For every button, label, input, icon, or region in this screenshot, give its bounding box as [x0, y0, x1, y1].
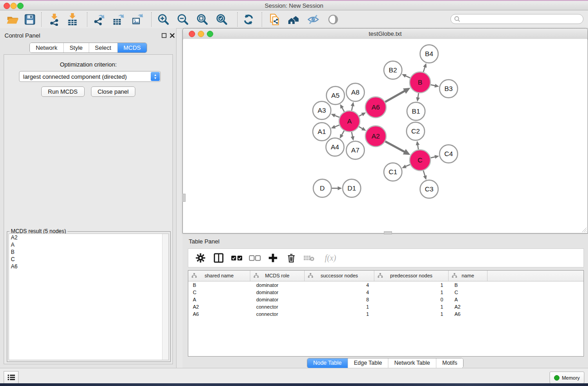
cell-shared-name[interactable]: A6: [188, 311, 250, 317]
table-tab-edge-table[interactable]: Edge Table: [348, 358, 388, 368]
graph-node-C3[interactable]: C3: [420, 180, 438, 198]
table-tab-motifs[interactable]: Motifs: [436, 358, 463, 368]
cell-name[interactable]: B: [449, 282, 488, 288]
cell-MCDS-role[interactable]: dominator: [250, 290, 305, 295]
cell-name[interactable]: A2: [449, 304, 488, 310]
graph-node-D[interactable]: D: [313, 179, 331, 197]
export-network-icon[interactable]: [93, 13, 105, 26]
graph-edge-A6-B[interactable]: [385, 91, 405, 102]
zoom-in-icon[interactable]: [157, 13, 170, 26]
home-icon[interactable]: [287, 13, 300, 26]
table-row-A[interactable]: Adominator80A: [188, 296, 583, 303]
graph-node-A8[interactable]: A8: [346, 83, 364, 101]
cell-shared-name[interactable]: A2: [188, 304, 250, 310]
cell-predecessor-nodes[interactable]: 1: [374, 282, 449, 288]
import-table-icon[interactable]: [66, 13, 79, 26]
table-row-A2[interactable]: A2connector11A2: [188, 303, 583, 310]
network-graph[interactable]: AA1A2A3A4A5A6A7A8BB1B2B3B4CC1C2C3C4DD1: [183, 39, 587, 233]
network-canvas[interactable]: AA1A2A3A4A5A6A7A8BB1B2B3B4CC1C2C3C4DD1: [183, 39, 587, 233]
cell-successor-nodes[interactable]: 4: [305, 290, 374, 295]
cell-shared-name[interactable]: A: [188, 297, 250, 302]
cell-MCDS-role[interactable]: connector: [250, 311, 305, 317]
graph-node-A3[interactable]: A3: [313, 101, 331, 119]
export-image-icon[interactable]: [131, 13, 143, 26]
table-options-button[interactable]: [195, 252, 206, 264]
graph-node-A1[interactable]: A1: [313, 123, 331, 141]
graph-node-B2[interactable]: B2: [384, 61, 402, 79]
cell-MCDS-role[interactable]: dominator: [250, 297, 305, 302]
cell-successor-nodes[interactable]: 1: [305, 311, 374, 317]
show-column-button[interactable]: [213, 252, 225, 264]
refresh-icon[interactable]: [242, 13, 255, 26]
tab-mcds[interactable]: MCDS: [117, 43, 147, 52]
tab-select[interactable]: Select: [89, 43, 117, 52]
graph-node-B1[interactable]: B1: [407, 102, 425, 120]
graph-node-B[interactable]: B: [410, 72, 430, 93]
mcds-result-item[interactable]: A2: [9, 234, 168, 241]
unselect-all-columns-button[interactable]: [249, 252, 261, 264]
select-all-columns-button[interactable]: [231, 252, 243, 264]
cell-name[interactable]: A: [449, 297, 488, 302]
task-history-button[interactable]: [4, 371, 19, 384]
cell-predecessor-nodes[interactable]: 1: [374, 304, 449, 310]
graph-node-A7[interactable]: A7: [346, 141, 364, 159]
network-window-titlebar[interactable]: testGlobe.txt: [183, 29, 588, 39]
graph-edge-C-C3[interactable]: [423, 171, 425, 176]
tab-network[interactable]: Network: [30, 43, 63, 52]
zoom-out-icon[interactable]: [177, 13, 189, 26]
mcds-result-item[interactable]: B: [9, 248, 168, 256]
create-column-button[interactable]: [267, 252, 279, 264]
cell-shared-name[interactable]: B: [188, 282, 250, 288]
zoom-selected-icon[interactable]: [215, 13, 228, 26]
table-tab-network-table[interactable]: Network Table: [388, 358, 436, 368]
cell-successor-nodes[interactable]: 4: [305, 282, 374, 288]
network-vertical-scroll-nub[interactable]: [182, 194, 186, 202]
cell-shared-name[interactable]: C: [188, 290, 250, 295]
cell-MCDS-role[interactable]: dominator: [250, 282, 305, 288]
save-session-icon[interactable]: [24, 13, 36, 26]
graph-node-A6[interactable]: A6: [365, 97, 386, 118]
graph-node-B4[interactable]: B4: [420, 45, 438, 63]
mcds-result-scrollbar[interactable]: [162, 234, 168, 360]
mcds-result-item[interactable]: C: [9, 256, 168, 263]
search-field[interactable]: [450, 14, 583, 24]
tab-style[interactable]: Style: [63, 43, 89, 52]
zoom-fit-icon[interactable]: [196, 13, 209, 26]
graph-edge-A2-C[interactable]: [385, 141, 405, 152]
cell-successor-nodes[interactable]: 8: [305, 297, 374, 302]
graph-node-A2[interactable]: A2: [365, 126, 386, 147]
table-row-B[interactable]: Bdominator41B: [188, 281, 583, 289]
graph-node-A[interactable]: A: [339, 111, 360, 132]
graph-node-B3[interactable]: B3: [440, 80, 458, 98]
mcds-result-list[interactable]: A2ABCA6: [9, 234, 169, 360]
network-horizontal-scroll-nub[interactable]: [384, 231, 392, 234]
memory-button[interactable]: Memory: [550, 372, 584, 384]
cell-name[interactable]: C: [449, 290, 488, 295]
column-header-successor-nodes[interactable]: successor nodes: [305, 271, 374, 281]
graph-node-C2[interactable]: C2: [406, 122, 425, 140]
search-input[interactable]: [460, 15, 575, 23]
cell-name[interactable]: A6: [449, 311, 488, 317]
table-tab-node-table[interactable]: Node Table: [307, 358, 348, 368]
column-header-shared-name[interactable]: shared name: [188, 271, 250, 281]
mcds-result-item[interactable]: A6: [9, 263, 168, 270]
column-header-predecessor-nodes[interactable]: predecessor nodes: [374, 271, 449, 281]
optimization-criterion-select[interactable]: largest connected component (directed) ▲…: [19, 71, 161, 82]
table-row-C[interactable]: Cdominator41C: [188, 289, 583, 296]
graph-node-C4[interactable]: C4: [440, 145, 458, 163]
cell-predecessor-nodes[interactable]: 1: [374, 290, 449, 295]
import-network-icon[interactable]: [48, 13, 61, 26]
table-row-A6[interactable]: A6connector11A6: [188, 310, 583, 318]
delete-column-button[interactable]: [285, 252, 297, 264]
hide-graphics-details-icon[interactable]: [307, 13, 320, 26]
export-table-icon[interactable]: [112, 13, 124, 26]
cell-predecessor-nodes[interactable]: 0: [374, 297, 449, 302]
mcds-result-item[interactable]: A: [9, 241, 168, 248]
resize-grip-icon[interactable]: [582, 228, 587, 232]
cell-successor-nodes[interactable]: 1: [305, 304, 374, 310]
delete-table-button[interactable]: [303, 252, 315, 264]
float-panel-icon[interactable]: [161, 33, 167, 38]
column-header-MCDS-role[interactable]: MCDS role: [250, 271, 305, 281]
column-header-name[interactable]: name: [449, 271, 488, 281]
run-mcds-button[interactable]: Run MCDS: [41, 86, 85, 97]
